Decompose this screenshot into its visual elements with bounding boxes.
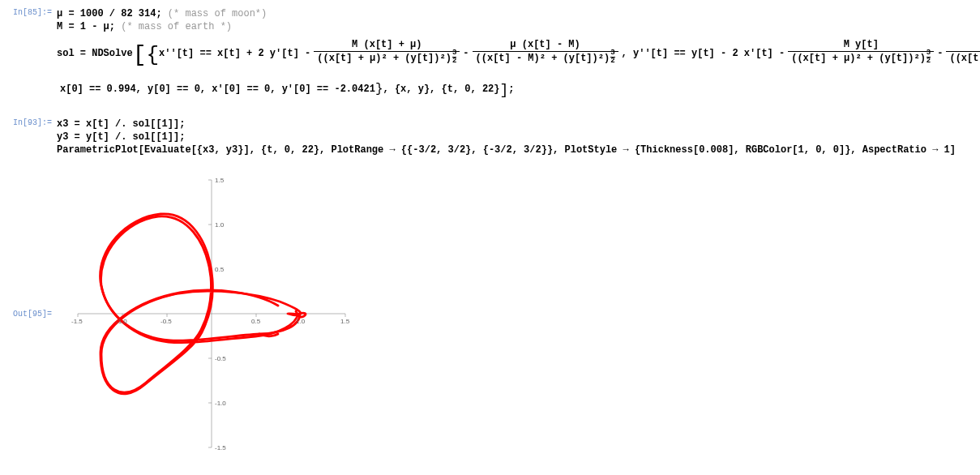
fraction-3: M y[t] ((x[t] + μ)² + (y[t])²) 32 (788, 39, 934, 68)
parametricplot-line: ParametricPlot[Evaluate[{x3, y3}], {t, 0… (57, 144, 980, 156)
mu-comment: (* mass of moon*) (168, 8, 267, 19)
parametric-plot: -1.5 -1.0 -0.5 0.5 1.0 1.5 1.5 1.0 0.5 -… (57, 172, 358, 460)
input-cell-85: In[85]:= μ = 1000 / 82 314; (* mass of m… (6, 6, 980, 102)
input-content-93[interactable]: x3 = x[t] /. sol[[1]]; y3 = y[t] /. sol[… (57, 117, 980, 157)
eq-mid: , y''[t] == y[t] - 2 x'[t] - (622, 48, 785, 59)
initial-conditions: x[0] == 0.994, y[0] == 0, x'[0] == 0, y'… (60, 83, 375, 95)
y3-line: y3 = y[t] /. sol[[1]]; (57, 131, 980, 143)
minus-1: - (463, 48, 469, 59)
fraction-1: M (x[t] + μ) ((x[t] + μ)² + (y[t])²) 32 (314, 39, 460, 68)
eq-lead: x''[t] == x[t] + 2 y'[t] - (159, 48, 310, 59)
ytick-n05: -0.5 (215, 355, 226, 362)
solve-tail: , {x, y}, {t, 0, 22} (383, 83, 499, 95)
m-comment: (* mass of earth *) (121, 21, 232, 32)
close-bracket: ] (500, 79, 509, 101)
semicolon: ; (508, 83, 514, 95)
input-cell-93: In[93]:= x3 = x[t] /. sol[[1]]; y3 = y[t… (6, 117, 980, 157)
ytick-n10: -1.0 (215, 400, 226, 407)
xtick-p10: 1.0 (296, 318, 305, 325)
in-label-85: In[85]:= (6, 6, 57, 17)
xtick-n05: -0.5 (160, 318, 172, 325)
output-content-95: -1.5 -1.0 -0.5 0.5 1.0 1.5 1.5 1.0 0.5 -… (57, 172, 980, 460)
fraction-4: μ y[t] ((x[t] - M)² + (y[t])²) 32 (946, 39, 980, 68)
sol-head: sol = NDSolve (57, 48, 133, 59)
xtick-n10: -1.0 (116, 318, 127, 325)
x3-line: x3 = x[t] /. sol[[1]]; (57, 118, 980, 130)
open-brace: { (146, 45, 159, 66)
out-label-95: Out[95]= (6, 172, 57, 319)
xtick-p15: 1.5 (340, 318, 349, 325)
m-def: M = 1 - μ; (57, 21, 115, 32)
open-bracket: [ (133, 44, 147, 66)
in-label-93: In[93]:= (6, 117, 57, 127)
output-cell-95: Out[95]= (6, 172, 980, 460)
ytick-p15: 1.5 (215, 177, 224, 184)
ytick-p10: 1.0 (215, 221, 224, 229)
ytick-n15: -1.5 (215, 444, 226, 451)
xtick-n15: -1.5 (71, 318, 83, 325)
minus-2: - (937, 48, 943, 59)
fraction-2: μ (x[t] - M) ((x[t] - M)² + (y[t])²) 32 (473, 39, 618, 68)
ytick-p05: 0.5 (215, 266, 224, 273)
mu-def: μ = 1000 / 82 314; (57, 8, 162, 19)
xtick-p05: 0.5 (251, 318, 260, 325)
close-brace: } (375, 82, 383, 96)
input-content-85[interactable]: μ = 1000 / 82 314; (* mass of moon*) M =… (57, 6, 980, 102)
